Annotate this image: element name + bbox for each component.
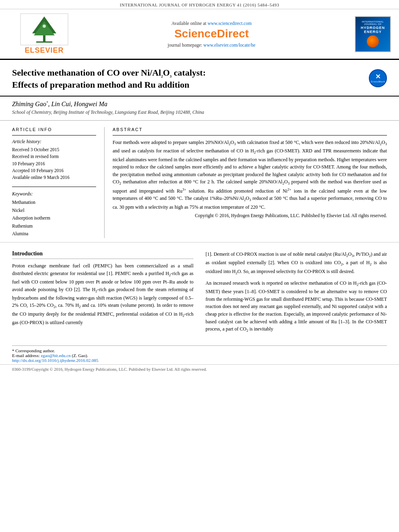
journal-homepage-line: journal homepage: www.elsevier.com/locat… (80, 43, 343, 47)
keyword-ruthenium: Ruthenium (12, 222, 96, 230)
received-date: Received 3 October 2015 (12, 146, 96, 153)
available-online-text: Available online at www.sciencedirect.co… (80, 21, 343, 26)
footnote-section: * Corresponding author. E-mail address: … (12, 345, 387, 363)
corresponding-note: * Corresponding author. (12, 348, 387, 353)
doi-link[interactable]: http://dx.doi.org/10.1016/j.ijhydene.201… (12, 358, 99, 363)
author-email-link[interactable]: zgao@bit.edu.cn (41, 353, 70, 358)
article-info-abstract: ARTICLE INFO Article history: Received 3… (0, 120, 399, 238)
abstract-column: ABSTRACT Four methods were adopted to pr… (105, 127, 387, 238)
doi-line: http://dx.doi.org/10.1016/j.ijhydene.201… (12, 358, 387, 363)
article-title-container: Selective methanation of CO over Ni/Al2O… (12, 67, 363, 91)
svg-point-9 (34, 29, 35, 30)
sciencedirect-logo-text: ScienceDirect (80, 27, 343, 40)
svg-point-6 (43, 25, 46, 28)
article-info-header: ARTICLE INFO (12, 127, 96, 132)
intro-right-col: [1]. Demerit of CO-PROX reaction is use … (206, 251, 387, 337)
authors-line: Zhiming Gao*, Lin Cui, Hongwei Ma (12, 101, 387, 108)
keyword-nickel: Nickel (12, 207, 96, 215)
svg-point-10 (54, 29, 55, 30)
keywords-divider (12, 187, 96, 187)
article-history: Article history: Received 3 October 2015… (12, 139, 96, 181)
journal-cover-area: International Journal of HYDROGENENERGY (343, 16, 391, 52)
intro-left-col: Introduction Proton exchange membrane fu… (12, 251, 193, 337)
elsevier-wordmark: ELSEVIER (25, 46, 64, 55)
divider (12, 135, 96, 136)
journal-homepage-link[interactable]: www.elsevier.com/locate/he (204, 43, 256, 47)
keyword-alumina: Alumina (12, 230, 96, 238)
history-label: Article history: (12, 139, 96, 145)
crossmark-icon: ✕ CrossMark (369, 69, 387, 87)
accepted-date: Accepted 10 February 2016 (12, 167, 96, 174)
crossmark-badge: ✕ CrossMark (369, 69, 387, 87)
elsevier-logo: ELSEVIER (8, 13, 80, 55)
email-line: E-mail address: zgao@bit.edu.cn (Z. Gao)… (12, 353, 387, 358)
author-affiliation: School of Chemistry, Beijing Institute o… (12, 109, 387, 115)
intro-paragraph-1: Proton exchange membrane fuel cell (PEMF… (12, 262, 193, 327)
author-zhiming: Zhiming Gao*, Lin Cui, Hongwei Ma (12, 101, 107, 107)
elsevier-logo-area: ELSEVIER (8, 13, 80, 55)
revised-date: 10 February 2016 (12, 160, 96, 167)
keywords-section: Keywords: Methanation Nickel Adsorption … (12, 191, 96, 238)
svg-point-7 (37, 23, 38, 24)
copyright-text: Copyright © 2016, Hydrogen Energy Public… (113, 213, 387, 218)
article-main-title: Selective methanation of CO over Ni/Al2O… (12, 67, 363, 91)
svg-point-8 (51, 23, 52, 24)
header-center: Available online at www.sciencedirect.co… (80, 21, 343, 47)
article-info-column: ARTICLE INFO Article history: Received 3… (12, 127, 105, 238)
journal-cover-image: International Journal of HYDROGENENERGY (355, 16, 391, 52)
journal-bar-text: INTERNATIONAL JOURNAL OF HYDROGEN ENERGY… (120, 2, 279, 7)
page-header: ELSEVIER Available online at www.science… (0, 9, 399, 60)
keyword-methanation: Methanation (12, 199, 96, 207)
svg-rect-3 (36, 41, 52, 43)
introduction-section: Introduction Proton exchange membrane fu… (0, 242, 399, 341)
authors-section: Zhiming Gao*, Lin Cui, Hongwei Ma School… (0, 97, 399, 117)
article-title-section: Selective methanation of CO over Ni/Al2O… (0, 60, 399, 97)
available-date: Available online 9 March 2016 (12, 174, 96, 181)
abstract-divider (113, 135, 387, 136)
footer-bar: 0360-3199/Copyright © 2016, Hydrogen Ene… (0, 364, 399, 374)
introduction-heading: Introduction (12, 251, 193, 259)
introduction-columns: Introduction Proton exchange membrane fu… (12, 251, 387, 337)
abstract-header: ABSTRACT (113, 127, 387, 132)
keywords-label: Keywords: (12, 191, 96, 197)
intro-paragraph-2: [1]. Demerit of CO-PROX reaction is use … (206, 251, 387, 334)
abstract-text: Four methods were adopted to prepare sam… (113, 139, 387, 211)
keyword-adsorption: Adsorption isotherm (12, 214, 96, 222)
revised-label: Received in revised form (12, 153, 96, 160)
journal-cover-sphere (367, 35, 379, 47)
journal-bar: INTERNATIONAL JOURNAL OF HYDROGEN ENERGY… (0, 0, 399, 9)
elsevier-tree-icon (20, 13, 68, 45)
footer-text: 0360-3199/Copyright © 2016, Hydrogen Ene… (12, 367, 207, 372)
sciencedirect-link[interactable]: www.sciencedirect.com (208, 21, 252, 26)
